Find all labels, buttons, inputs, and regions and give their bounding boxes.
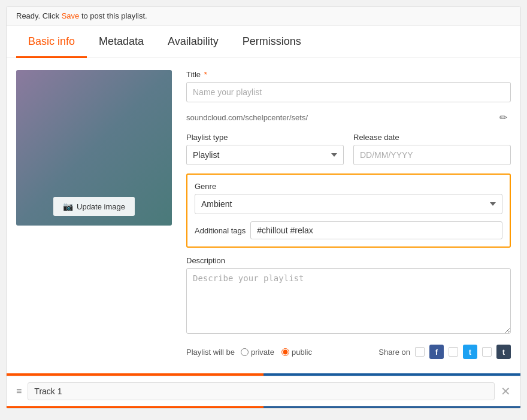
bottom-row: Playlist will be private public Share on [186, 345, 511, 359]
release-date-input[interactable] [353, 145, 511, 165]
playlist-editor: Ready. Click Save to post this playlist.… [6, 6, 521, 409]
tab-bar: Basic info Metadata Availability Permiss… [7, 26, 520, 58]
title-group: Title * [186, 70, 511, 102]
track-list-section: ≡ ✕ [7, 376, 520, 406]
remove-icon: ✕ [501, 385, 511, 398]
progress-bar-fill [7, 373, 520, 376]
facebook-button[interactable]: f [429, 345, 444, 359]
public-option[interactable]: public [281, 348, 312, 357]
tab-basic-info[interactable]: Basic info [16, 26, 87, 58]
tab-metadata[interactable]: Metadata [87, 26, 156, 58]
camera-icon: 📷 [63, 202, 73, 211]
tab-availability[interactable]: Availability [156, 26, 231, 58]
public-label: public [292, 348, 312, 357]
description-group: Description [186, 256, 511, 336]
private-option[interactable]: private [241, 348, 274, 357]
privacy-label: Playlist will be [186, 348, 235, 357]
image-section: 📷 Update image [16, 70, 172, 359]
tumblr-button[interactable]: t [496, 345, 511, 359]
edit-url-button[interactable]: ✏ [496, 111, 511, 124]
private-radio[interactable] [241, 348, 249, 356]
share-section: Share on f t t [378, 345, 511, 359]
twitter-checkbox[interactable] [449, 347, 458, 357]
status-text: Ready. Click [16, 11, 62, 20]
main-content: 📷 Update image Title * soundcloud.com/sc… [7, 58, 520, 371]
twitter-button[interactable]: t [463, 345, 477, 359]
progress-bar [7, 373, 520, 376]
playlist-type-group: Playlist type Playlist EP Album Single C… [186, 133, 344, 165]
genre-select[interactable]: Ambient Electronic Hip-hop Jazz Pop Rock… [195, 194, 502, 214]
update-image-button[interactable]: 📷 Update image [53, 197, 135, 216]
private-label: private [251, 348, 274, 357]
required-marker: * [202, 70, 207, 79]
title-input[interactable] [186, 82, 511, 102]
tags-group: Additional tags [195, 221, 502, 239]
status-bar: Ready. Click Save to post this playlist. [7, 7, 520, 26]
facebook-checkbox[interactable] [415, 347, 425, 357]
bottom-progress-bar [7, 406, 520, 408]
description-label: Description [186, 256, 511, 265]
genre-label: Genre [195, 182, 502, 191]
tags-row: Additional tags [195, 221, 502, 239]
tags-input[interactable] [250, 221, 502, 239]
title-label: Title * [186, 70, 511, 79]
description-textarea[interactable] [186, 268, 511, 334]
remove-track-button[interactable]: ✕ [501, 385, 511, 397]
genre-tags-box: Genre Ambient Electronic Hip-hop Jazz Po… [186, 174, 511, 248]
playlist-type-label: Playlist type [186, 133, 344, 142]
radio-group: private public [241, 348, 312, 357]
url-text: soundcloud.com/schelpcenter/sets/ [186, 113, 491, 122]
release-date-label: Release date [353, 133, 511, 142]
edit-icon: ✏ [499, 112, 507, 123]
tab-permissions[interactable]: Permissions [231, 26, 313, 58]
status-text-2: to post this playlist. [79, 11, 147, 20]
save-link[interactable]: Save [62, 11, 80, 20]
release-date-group: Release date [353, 133, 511, 165]
genre-group: Genre Ambient Electronic Hip-hop Jazz Po… [195, 182, 502, 214]
track-1-input[interactable] [28, 382, 495, 400]
playlist-image: 📷 Update image [16, 70, 172, 226]
tumblr-checkbox[interactable] [482, 347, 492, 357]
tags-label: Additional tags [195, 226, 246, 235]
type-date-row: Playlist type Playlist EP Album Single C… [186, 133, 511, 165]
form-section: Title * soundcloud.com/schelpcenter/sets… [186, 70, 511, 359]
update-image-label: Update image [77, 202, 125, 211]
hamburger-icon[interactable]: ≡ [16, 386, 22, 397]
url-row: soundcloud.com/schelpcenter/sets/ ✏ [186, 111, 511, 124]
public-radio[interactable] [281, 348, 289, 356]
share-label: Share on [378, 348, 410, 357]
privacy-section: Playlist will be private public [186, 348, 312, 357]
playlist-type-select[interactable]: Playlist EP Album Single Compilation DJ … [186, 145, 344, 165]
